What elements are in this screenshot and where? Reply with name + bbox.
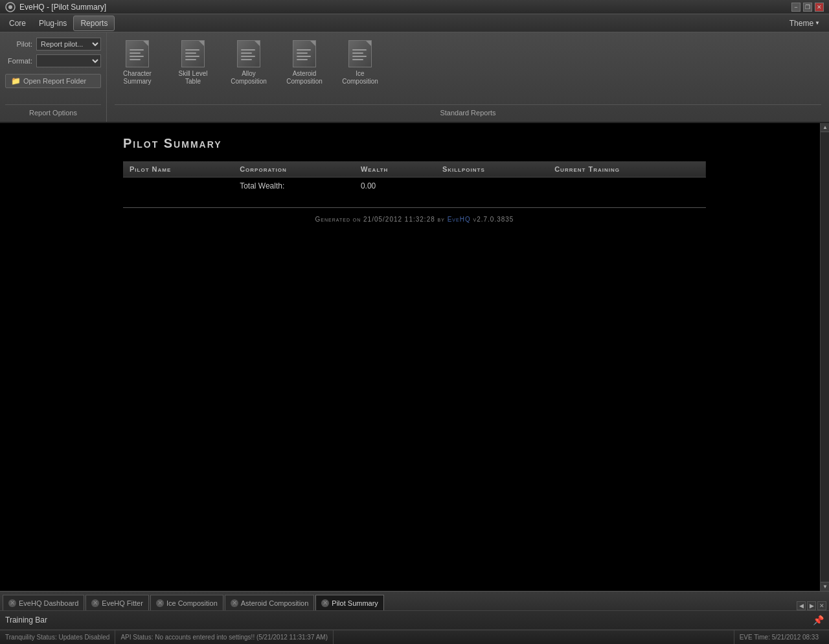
- close-button[interactable]: ✕: [815, 3, 824, 12]
- open-report-folder-button[interactable]: 📁 Open Report Folder: [5, 74, 101, 88]
- report-icon-character-summary[interactable]: Character Summary: [115, 40, 160, 99]
- tab-nav-right[interactable]: ▶: [807, 601, 816, 610]
- total-wealth-empty-2: [436, 178, 548, 195]
- tab-nav: ◀ ▶ ✕: [797, 601, 826, 610]
- generated-line: Generated on 21/05/2012 11:32:28 by EveH…: [123, 216, 706, 223]
- reports-icons: Character Summary Skill Level Table: [115, 38, 821, 102]
- pilot-summary-section: Pilot Summary Pilot Name Corporation Wea…: [123, 136, 706, 223]
- tab-ice-composition[interactable]: ✕ Ice Composition: [150, 595, 223, 610]
- format-row: Format:: [5, 54, 101, 67]
- menu-theme[interactable]: Theme ▼: [783, 16, 826, 30]
- tab-close-dashboard[interactable]: ✕: [8, 599, 16, 607]
- standard-reports-panel: Character Summary Skill Level Table: [107, 32, 829, 122]
- menu-bar: Core Plug-ins Reports Theme ▼: [0, 14, 829, 32]
- total-wealth-empty-1: [123, 178, 233, 195]
- total-wealth-label: Total Wealth:: [233, 178, 354, 195]
- status-bar: Tranquility Status: Updates Disabled API…: [0, 630, 829, 644]
- summary-divider: [123, 207, 706, 208]
- svg-point-1: [8, 5, 12, 9]
- evehq-link[interactable]: EveHQ: [448, 216, 471, 223]
- tab-close-pilot-summary[interactable]: ✕: [321, 599, 329, 607]
- tranquility-status: Tranquility Status: Updates Disabled: [5, 630, 115, 644]
- tab-close-all[interactable]: ✕: [817, 601, 826, 610]
- report-options-panel: Pilot: Report pilot... Format: 📁 Open Re…: [0, 32, 107, 122]
- scrollbar-down-button[interactable]: ▼: [821, 582, 829, 591]
- standard-reports-label: Standard Reports: [115, 104, 821, 117]
- format-select[interactable]: [36, 54, 101, 67]
- right-scrollbar: ▲ ▼: [820, 123, 829, 591]
- tab-evehq-fitter[interactable]: ✕ EveHQ Fitter: [85, 595, 149, 610]
- main-content: Pilot Summary Pilot Name Corporation Wea…: [0, 123, 829, 591]
- format-label: Format:: [5, 57, 32, 65]
- menu-plugins[interactable]: Plug-ins: [32, 16, 73, 30]
- restore-button[interactable]: ❐: [803, 3, 812, 12]
- pilot-select[interactable]: Report pilot...: [36, 38, 101, 51]
- title-bar-left: EveHQ - [Pilot Summary]: [5, 2, 106, 12]
- report-icon-ice-composition[interactable]: Ice Composition: [337, 40, 383, 99]
- total-wealth-row: Total Wealth: 0.00: [123, 178, 706, 195]
- menu-core[interactable]: Core: [3, 16, 32, 30]
- title-bar-title: EveHQ - [Pilot Summary]: [19, 3, 106, 12]
- eve-time: EVE Time: 5/21/2012 08:33: [734, 630, 824, 644]
- summary-table: Pilot Name Corporation Wealth Skillpoint…: [123, 161, 706, 194]
- col-skillpoints: Skillpoints: [436, 161, 548, 178]
- app-logo-icon: [5, 2, 16, 12]
- table-header-row: Pilot Name Corporation Wealth Skillpoint…: [123, 161, 706, 178]
- pin-icon[interactable]: 📌: [813, 615, 824, 625]
- col-corporation: Corporation: [233, 161, 354, 178]
- title-bar: EveHQ - [Pilot Summary] − ❐ ✕: [0, 0, 829, 14]
- scrollbar-up-button[interactable]: ▲: [821, 123, 829, 132]
- report-icon-skill-level-table[interactable]: Skill Level Table: [170, 40, 216, 99]
- pilot-label: Pilot:: [5, 40, 32, 48]
- pilot-row: Pilot: Report pilot...: [5, 38, 101, 51]
- training-bar-label: Training Bar: [5, 615, 47, 625]
- tab-close-fitter[interactable]: ✕: [91, 599, 99, 607]
- minimize-button[interactable]: −: [791, 3, 801, 12]
- tab-bar: ✕ EveHQ Dashboard ✕ EveHQ Fitter ✕ Ice C…: [0, 591, 829, 610]
- title-bar-controls: − ❐ ✕: [791, 3, 824, 12]
- folder-icon: 📁: [11, 76, 21, 86]
- total-wealth-empty-3: [548, 178, 706, 195]
- report-options-label: Report Options: [5, 104, 101, 117]
- toolbar: Pilot: Report pilot... Format: 📁 Open Re…: [0, 32, 829, 123]
- report-icon-alloy-composition[interactable]: Alloy Composition: [226, 40, 271, 99]
- tab-close-ice[interactable]: ✕: [156, 599, 164, 607]
- page-title: Pilot Summary: [123, 136, 706, 151]
- total-wealth-value: 0.00: [354, 178, 436, 195]
- tab-pilot-summary[interactable]: ✕ Pilot Summary: [315, 595, 384, 610]
- col-pilot-name: Pilot Name: [123, 161, 233, 178]
- tab-nav-left[interactable]: ◀: [797, 601, 806, 610]
- api-status: API Status: No accounts entered into set…: [115, 630, 334, 644]
- report-icon-asteroid-composition[interactable]: Asteroid Composition: [282, 40, 327, 99]
- menu-reports[interactable]: Reports: [73, 16, 115, 31]
- col-wealth: Wealth: [354, 161, 436, 178]
- tab-evehq-dashboard[interactable]: ✕ EveHQ Dashboard: [3, 595, 84, 610]
- col-current-training: Current Training: [548, 161, 706, 178]
- tab-close-asteroid[interactable]: ✕: [231, 599, 238, 607]
- training-bar: Training Bar 📌: [0, 610, 829, 630]
- chevron-down-icon: ▼: [815, 20, 820, 26]
- tab-asteroid-composition[interactable]: ✕ Asteroid Composition: [225, 595, 315, 610]
